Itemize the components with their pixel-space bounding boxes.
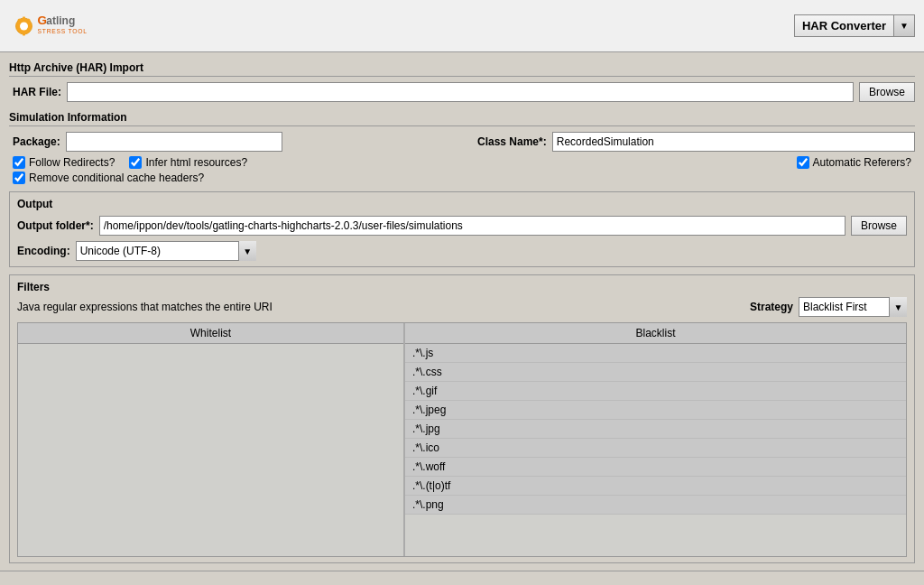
har-import-section: Http Archive (HAR) Import HAR File: Brow… [9,60,915,102]
svg-rect-3 [23,32,25,35]
infer-html-checkbox[interactable]: Infer html resources? [129,156,247,169]
whitelist-panel: Whitelist [18,323,405,556]
har-file-label: HAR File: [13,86,61,98]
automatic-referers-checkbox[interactable]: Automatic Referers? [797,156,911,169]
strategy-select[interactable]: Blacklist First Whitelist First Disabled [799,297,907,317]
main-content: Http Archive (HAR) Import HAR File: Brow… [0,52,924,571]
svg-point-1 [20,22,28,30]
strategy-select-wrapper: Blacklist First Whitelist First Disabled… [799,297,907,317]
output-section: Output Output folder*: Browse Encoding: … [9,191,915,267]
filters-description: Java regular expressions that matches th… [17,301,273,313]
svg-text:atling: atling [46,14,75,26]
svg-rect-4 [16,23,20,26]
har-file-row: HAR File: Browse [13,82,915,102]
filters-header-row: Java regular expressions that matches th… [17,297,907,317]
dropdown-arrow-icon: ▼ [900,21,909,31]
follow-redirects-label: Follow Redirects? [29,156,115,169]
har-converter-button[interactable]: HAR Converter [794,14,894,37]
infer-html-label: Infer html resources? [145,156,247,169]
encoding-select-wrapper: Unicode (UTF-8) UTF-16 ISO-8859-1 ASCII … [76,241,256,261]
infer-html-input[interactable] [129,156,142,169]
package-label: Package: [13,135,60,148]
blacklist-item[interactable]: .*\.gif [405,382,906,401]
simulation-title: Simulation Information [9,109,915,126]
remove-cache-input[interactable] [13,172,25,184]
svg-rect-2 [23,16,25,20]
follow-redirects-checkbox[interactable]: Follow Redirects? [13,156,115,169]
blacklist-item[interactable]: .*\.js [405,344,906,363]
remove-cache-checkbox[interactable]: Remove conditional cache headers? [13,172,915,184]
blacklist-panel: Blacklist .*\.js.*\.css.*\.gif.*\.jpeg.*… [405,323,906,556]
automatic-referers-label: Automatic Referers? [813,156,911,169]
follow-redirects-input[interactable] [13,156,25,169]
whitelist-body[interactable] [18,344,403,556]
class-name-label: Class Name*: [477,135,547,148]
har-import-title: Http Archive (HAR) Import [9,60,915,77]
package-input[interactable] [66,132,282,152]
blacklist-item[interactable]: .*\.jpg [405,420,906,439]
svg-rect-5 [28,23,32,26]
remove-cache-label: Remove conditional cache headers? [29,172,204,184]
har-file-input[interactable] [67,82,854,102]
class-name-input[interactable] [552,132,915,152]
blacklist-item[interactable]: .*\.jpeg [405,401,906,420]
har-converter-dropdown-arrow[interactable]: ▼ [894,14,915,37]
simulation-section: Simulation Information Package: Class Na… [9,109,915,184]
strategy-label: Strategy [750,301,793,313]
blacklist-item[interactable]: .*\.ico [405,439,906,458]
svg-text:STRESS TOOL: STRESS TOOL [38,28,88,34]
blacklist-body[interactable]: .*\.js.*\.css.*\.gif.*\.jpeg.*\.jpg.*\.i… [405,344,906,556]
logo-area: G atling STRESS TOOL [9,6,117,46]
har-converter-container: HAR Converter ▼ [794,14,915,37]
output-folder-input[interactable] [99,216,845,236]
blacklist-item[interactable]: .*\.(t|o)tf [405,477,906,496]
output-browse-button[interactable]: Browse [851,216,907,236]
header: G atling STRESS TOOL HAR Converter ▼ [0,0,924,52]
encoding-select[interactable]: Unicode (UTF-8) UTF-16 ISO-8859-1 ASCII [76,241,256,261]
automatic-referers-input[interactable] [797,156,809,169]
output-folder-row: Output folder*: Browse [17,216,907,236]
filters-section: Filters Java regular expressions that ma… [9,274,915,563]
filters-title: Filters [17,281,907,293]
output-title: Output [17,198,907,210]
bottom-scrollbar[interactable] [0,571,924,585]
whitelist-header: Whitelist [18,323,403,344]
blacklist-item[interactable]: .*\.css [405,363,906,382]
blacklist-header: Blacklist [405,323,906,344]
blacklist-item[interactable]: .*\.woff [405,458,906,477]
har-converter-label: HAR Converter [802,19,886,32]
svg-text:G: G [38,13,48,26]
strategy-row: Strategy Blacklist First Whitelist First… [750,297,907,317]
output-folder-label: Output folder*: [17,219,94,232]
har-browse-button[interactable]: Browse [859,82,915,102]
encoding-row: Encoding: Unicode (UTF-8) UTF-16 ISO-885… [17,241,907,261]
blacklist-item[interactable]: .*\.png [405,496,906,515]
filter-tables: Whitelist Blacklist .*\.js.*\.css.*\.gif… [17,322,907,557]
gatling-logo: G atling STRESS TOOL [9,6,117,46]
encoding-label: Encoding: [17,245,70,257]
